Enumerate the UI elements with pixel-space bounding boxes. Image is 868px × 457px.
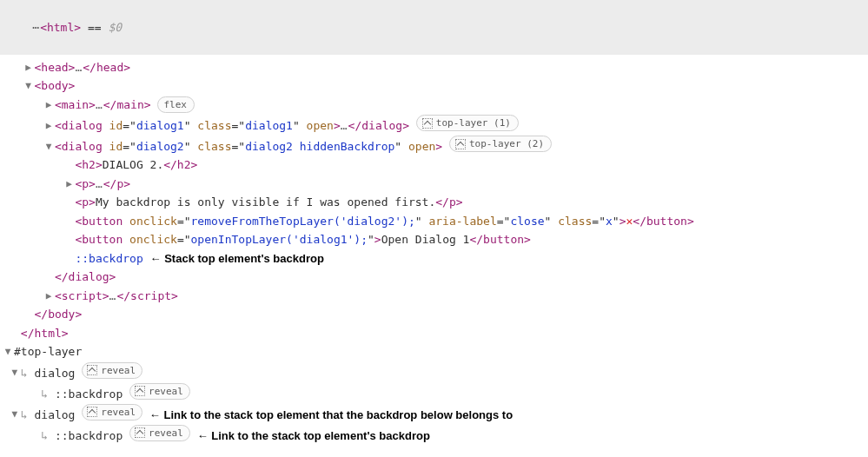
- reveal-label: reveal: [101, 405, 136, 420]
- html-tag[interactable]: <html>: [40, 21, 81, 34]
- attr-onclick: onclick: [129, 233, 177, 246]
- reveal-label: reveal: [149, 384, 183, 399]
- ellipsis: …: [96, 98, 103, 111]
- expand-arrow-icon[interactable]: ▶: [44, 289, 53, 304]
- h2-text: DIALOG 2.: [103, 158, 163, 171]
- html-close-row[interactable]: ·</html>: [3, 324, 865, 343]
- body-row[interactable]: ▼<body>: [3, 76, 865, 96]
- collapse-arrow-icon[interactable]: ▼: [10, 366, 19, 381]
- script-open: <script>: [55, 289, 109, 302]
- head-close-tag: </head>: [83, 61, 130, 74]
- head-open-tag: <head>: [34, 61, 75, 74]
- ellipsis: …: [96, 177, 103, 190]
- head-row[interactable]: ▶<head>…</head>: [3, 58, 865, 77]
- dialog-open: <dialog: [55, 140, 103, 153]
- backdrop-pseudo: ::backdrop: [75, 252, 142, 265]
- attr-class: class: [558, 215, 592, 228]
- dom-breadcrumb: ⋯<html> == $0: [0, 0, 868, 55]
- top-layer-dialog1-row[interactable]: ▼↳ dialog reveal: [3, 361, 865, 382]
- dialog2-row[interactable]: ▼<dialog id="dialog2" class="dialog2 hid…: [3, 135, 865, 156]
- script-close: </script>: [116, 289, 177, 302]
- p-open: <p>: [75, 195, 95, 209]
- flex-badge-label: flex: [163, 97, 187, 112]
- expand-arrow-icon[interactable]: ▶: [64, 177, 73, 192]
- reveal-badge[interactable]: reveal: [129, 383, 190, 400]
- body-close-tag: </body>: [34, 308, 82, 321]
- top-layer-1-badge[interactable]: top-layer (1): [416, 115, 519, 131]
- p-backdrop-row[interactable]: ·<p>My backdrop is only visible if I was…: [3, 193, 865, 212]
- reveal-icon: [135, 427, 145, 438]
- p-close: </p>: [435, 195, 462, 209]
- main-close: </main>: [103, 98, 151, 111]
- annot-stack-top-backdrop: ← Stack top element's backdrop: [150, 252, 324, 265]
- expand-arrow-icon[interactable]: ▶: [44, 119, 53, 134]
- html-close-tag: </html>: [21, 327, 69, 340]
- collapse-arrow-icon[interactable]: ▼: [10, 407, 19, 422]
- top-layer-2-badge[interactable]: top-layer (2): [449, 136, 552, 152]
- reveal-icon: [87, 407, 97, 417]
- expand-arrow-icon[interactable]: ▶: [23, 61, 32, 76]
- top-layer-1-label: top-layer (1): [436, 116, 511, 130]
- dialog-close: </dialog>: [348, 119, 409, 132]
- dom-tree[interactable]: ▶<head>…</head> ▼<body> ▶<main>…</main> …: [0, 55, 868, 454]
- top-layer-dialog2-row[interactable]: ▼↳ dialog reveal ← Link to the stack top…: [3, 403, 865, 424]
- bracket-close: >: [374, 233, 381, 246]
- attr-class: class: [197, 140, 231, 153]
- attr-id: id: [109, 119, 123, 132]
- body-open-tag: <body>: [34, 79, 75, 92]
- button-close: </button>: [469, 233, 530, 246]
- h2-row[interactable]: ·<h2>DIALOG 2.</h2>: [3, 156, 865, 175]
- p-collapsed-row[interactable]: ▶<p>…</p>: [3, 175, 865, 194]
- dialog2-close-row[interactable]: ·</dialog>: [3, 268, 865, 287]
- expand-arrow-icon[interactable]: ▶: [44, 98, 53, 113]
- top-layer-root: #top-layer: [14, 345, 82, 358]
- body-close-row[interactable]: ·</body>: [3, 305, 865, 324]
- button-open-d1-row[interactable]: ·<button onclick="openInTopLayer('dialog…: [3, 230, 865, 249]
- indent-arrow-icon: ↳: [21, 366, 28, 379]
- attr-onclick: onclick: [129, 215, 177, 228]
- script-row[interactable]: ▶<script>…</script>: [3, 287, 865, 306]
- collapse-arrow-icon[interactable]: ▼: [3, 345, 12, 360]
- dialog-close-tag: </dialog>: [55, 270, 116, 283]
- h2-close: </h2>: [163, 158, 197, 171]
- attr-open: open: [307, 119, 334, 132]
- attr-aria-label: aria-label: [428, 215, 496, 228]
- reveal-badge[interactable]: reveal: [82, 404, 142, 421]
- dialog1-row[interactable]: ▶<dialog id="dialog1" class="dialog1" op…: [3, 114, 865, 135]
- h2-open: <h2>: [75, 158, 102, 171]
- bracket-close: >: [334, 119, 341, 132]
- dialog2-class-val: dialog2 hiddenBackdrop: [245, 140, 394, 153]
- collapse-arrow-icon[interactable]: ▼: [44, 140, 53, 155]
- top-layer-root-row[interactable]: ▼#top-layer: [3, 342, 865, 361]
- dialog1-id-val: dialog1: [136, 119, 184, 132]
- p-backdrop-text: My backdrop is only visible if I was ope…: [96, 195, 435, 209]
- backdrop-pseudo-row[interactable]: ·::backdrop ← Stack top element's backdr…: [3, 249, 865, 268]
- reveal-badge[interactable]: reveal: [82, 362, 142, 379]
- layer-icon: [455, 139, 466, 149]
- ellipsis-icon[interactable]: ⋯: [32, 21, 40, 34]
- onclick-open-d1-val: openInTopLayer('dialog1');: [191, 233, 368, 246]
- reveal-icon: [87, 365, 97, 375]
- main-open: <main>: [55, 98, 96, 111]
- top-layer-backdrop2-row[interactable]: ·↳ ::backdrop reveal ← Link to the stack…: [3, 424, 865, 445]
- main-row[interactable]: ▶<main>…</main> flex: [3, 96, 865, 115]
- bracket-close: >: [435, 140, 442, 153]
- dialog2-id-val: dialog2: [136, 140, 184, 153]
- button-open: <button: [75, 215, 123, 228]
- aria-close-val: close: [510, 215, 544, 228]
- top-layer-2-label: top-layer (2): [469, 136, 544, 151]
- reveal-badge[interactable]: reveal: [129, 425, 190, 441]
- top-layer-backdrop1-row[interactable]: ·↳ ::backdrop reveal: [3, 382, 865, 403]
- button-close-row[interactable]: ·<button onclick="removeFromTheTopLayer(…: [3, 212, 865, 231]
- attr-class: class: [197, 119, 231, 132]
- collapse-arrow-icon[interactable]: ▼: [23, 79, 32, 94]
- annot-link-element: ← Link to the stack top element that the…: [149, 407, 513, 421]
- dialog-label: dialog: [34, 407, 75, 421]
- ellipsis: …: [75, 61, 83, 74]
- onclick-remove-val: removeFromTheTopLayer('dialog2');: [191, 215, 415, 228]
- attr-id: id: [109, 140, 123, 153]
- flex-badge[interactable]: flex: [157, 96, 195, 113]
- dialog-open: <dialog: [55, 119, 103, 132]
- open-d1-text: Open Dialog 1: [381, 233, 470, 246]
- indent-arrow-icon: ↳: [21, 407, 28, 421]
